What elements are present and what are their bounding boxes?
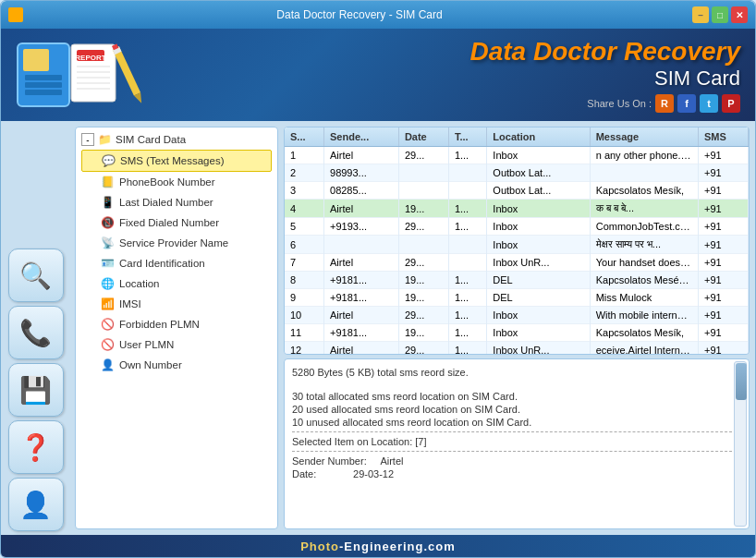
help-button[interactable]: ❓ xyxy=(8,420,64,474)
last-dialed-icon: 📱 xyxy=(100,195,115,210)
share-bar: Share Us On : R f t P xyxy=(469,94,740,113)
svg-rect-1 xyxy=(23,49,49,71)
table-row[interactable]: 8+9181...19...1...DELKapcsolatos Mesék, … xyxy=(285,272,749,289)
recover-icon: 📞 xyxy=(19,318,52,348)
minimize-button[interactable]: – xyxy=(692,6,709,23)
tree-item-imsi[interactable]: 📶 IMSI xyxy=(81,294,272,314)
share-rss-icon[interactable]: R xyxy=(655,94,674,113)
tree-item-sms[interactable]: 💬 SMS (Text Messages) xyxy=(81,150,272,172)
col-date: Date xyxy=(398,127,448,147)
cell-2 xyxy=(398,164,448,182)
right-panel: S... Sende... Date T... Location Message… xyxy=(284,127,750,529)
cell-0: 3 xyxy=(285,182,324,200)
sms-table-container[interactable]: S... Sende... Date T... Location Message… xyxy=(284,127,750,355)
cell-5: CommonJobTest.com... xyxy=(590,218,698,236)
info-size: 5280 Bytes (5 KB) total sms reord size. xyxy=(292,367,741,378)
tree-root: - 📁 SIM Card Data xyxy=(81,133,272,146)
location-icon: 🌐 xyxy=(100,276,115,291)
cell-0: 9 xyxy=(285,289,324,307)
table-row[interactable]: 5+9193...29...1...InboxCommonJobTest.com… xyxy=(285,218,749,236)
cell-5: eceive.Airtel Internet... xyxy=(590,342,698,356)
cell-0: 11 xyxy=(285,324,324,342)
header-right: Data Doctor Recovery SIM Card Share Us O… xyxy=(469,37,740,113)
tree-item-service-provider[interactable]: 📡 Service Provider Name xyxy=(81,233,272,253)
info-scrollbar[interactable] xyxy=(734,361,747,527)
cell-3: 1... xyxy=(448,272,486,289)
col-type: T... xyxy=(448,127,486,147)
help-icon: ❓ xyxy=(19,432,52,463)
table-row[interactable]: 10Airtel29...1...InboxWith mobile intern… xyxy=(285,307,749,324)
col-sms: SMS xyxy=(698,127,748,147)
search-icon: 🔍 xyxy=(19,261,52,291)
last-dialed-label: Last Dialed Number xyxy=(119,197,213,208)
table-row[interactable]: 11+9181...19...1...InboxKapcsolatos Mesí… xyxy=(285,324,749,342)
tree-root-label: SIM Card Data xyxy=(116,134,186,145)
tree-expand-icon[interactable]: - xyxy=(81,133,94,146)
table-row[interactable]: 298993...Outbox Lat...+91 xyxy=(285,164,749,182)
save-button[interactable]: 💾 xyxy=(8,363,64,417)
tree-item-last-dialed[interactable]: 📱 Last Dialed Number xyxy=(81,192,272,212)
tree-item-card-id[interactable]: 🪪 Card Identification xyxy=(81,253,272,273)
cell-2: 29... xyxy=(398,342,448,356)
col-number: S... xyxy=(285,127,324,147)
cell-0: 10 xyxy=(285,307,324,324)
user-button[interactable]: 👤 xyxy=(8,478,64,531)
left-sidebar: 🔍 📞 💾 ❓ 👤 ✕ xyxy=(1,241,70,535)
main-content: 🔍 📞 💾 ❓ 👤 ✕ - 📁 xyxy=(1,121,755,535)
recover-button[interactable]: 📞 xyxy=(8,306,64,359)
window-controls: – □ ✕ xyxy=(692,6,748,23)
search-button[interactable]: 🔍 xyxy=(8,249,64,302)
cell-2: 19... xyxy=(398,200,448,218)
table-row[interactable]: 4Airtel19...1...Inboxक ब ब बे...+91 xyxy=(285,200,749,218)
col-location: Location xyxy=(487,127,590,147)
table-row[interactable]: 6Inboxमेक्षर साम्य पर भ...+91 xyxy=(285,236,749,254)
info-divider-2 xyxy=(292,451,741,452)
table-row[interactable]: 308285...Outbox Lat...Kapcsolatos Mesík,… xyxy=(285,182,749,200)
tree-item-location[interactable]: 🌐 Location xyxy=(81,273,272,294)
cell-4: Inbox xyxy=(487,200,590,218)
table-row[interactable]: 9+9181...19...1...DELMiss Mulock+91 xyxy=(285,289,749,307)
tree-item-own-number[interactable]: 👤 Own Number xyxy=(81,355,272,375)
tree-item-fixed-dialed[interactable]: 📵 Fixed Dialed Number xyxy=(81,212,272,233)
share-pinterest-icon[interactable]: P xyxy=(722,94,740,113)
cell-2 xyxy=(398,182,448,200)
table-header-row: S... Sende... Date T... Location Message… xyxy=(285,127,749,147)
cell-4: DEL xyxy=(487,272,590,289)
header-title-main: Data Doctor Recovery xyxy=(469,37,740,67)
share-twitter-icon[interactable]: t xyxy=(700,94,718,113)
cell-4: DEL xyxy=(487,289,590,307)
cell-6: +91 xyxy=(698,324,748,342)
cell-3: 1... xyxy=(448,147,486,164)
cell-3 xyxy=(448,182,486,200)
cell-0: 1 xyxy=(285,147,324,164)
tree-panel[interactable]: - 📁 SIM Card Data 💬 SMS (Text Messages) … xyxy=(75,127,278,529)
table-row[interactable]: 7Airtel29...Inbox UnR...Your handset doe… xyxy=(285,254,749,272)
tree-icon: 📁 xyxy=(98,133,112,146)
cell-4: Inbox UnR... xyxy=(487,342,590,356)
cell-3: 1... xyxy=(448,342,486,356)
share-facebook-icon[interactable]: f xyxy=(677,94,696,113)
close-button[interactable]: ✕ xyxy=(731,6,748,23)
cell-4: Inbox xyxy=(487,307,590,324)
info-total-alloc: 30 total allocated sms reord location on… xyxy=(292,391,741,402)
tree-item-phonebook[interactable]: 📒 PhoneBook Number xyxy=(81,172,272,192)
info-panel: 5280 Bytes (5 KB) total sms reord size. … xyxy=(284,358,750,529)
user-plmn-label: User PLMN xyxy=(119,339,174,350)
cell-4: Inbox xyxy=(487,324,590,342)
app-icon xyxy=(8,7,23,22)
cell-3: 1... xyxy=(448,324,486,342)
cell-5: Kapcsolatos Mesék, M... xyxy=(590,272,698,289)
imsi-icon: 📶 xyxy=(100,297,115,311)
maximize-button[interactable]: □ xyxy=(712,6,728,23)
cell-3 xyxy=(448,164,486,182)
table-row[interactable]: 12Airtel29...1...Inbox UnR...eceive.Airt… xyxy=(285,342,749,356)
cell-6: +91 xyxy=(698,182,748,200)
info-divider-1 xyxy=(292,431,741,432)
cell-6: +91 xyxy=(698,218,748,236)
tree-item-user-plmn[interactable]: 🚫 User PLMN xyxy=(81,334,272,355)
table-row[interactable]: 1Airtel29...1...Inboxn any other phone. … xyxy=(285,147,749,164)
tree-item-forbidden-plmn[interactable]: 🚫 Forbidden PLMN xyxy=(81,314,272,334)
cell-4: Inbox xyxy=(487,218,590,236)
cell-5: क ब ब बे... xyxy=(590,200,698,218)
cell-1: 08285... xyxy=(324,182,399,200)
